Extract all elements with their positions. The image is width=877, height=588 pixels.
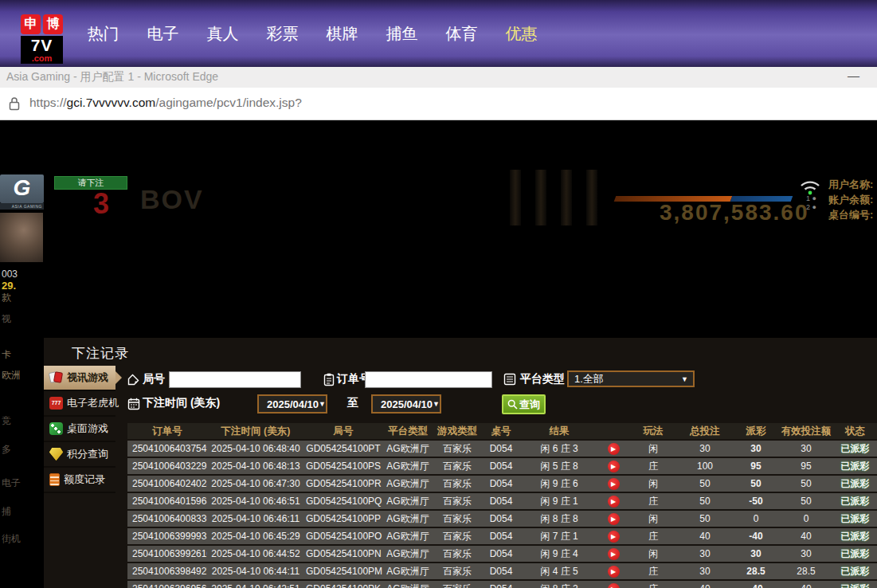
lock-icon [9, 96, 20, 111]
table-cell: 百家乐 [433, 546, 481, 562]
table-cell: 30 [733, 546, 779, 562]
date-to-select[interactable]: 2025/04/10 ▼ [371, 394, 441, 414]
replay-button[interactable]: ▶ [608, 461, 620, 472]
table-cell: 百家乐 [433, 458, 481, 474]
to-label: 至 [347, 396, 358, 410]
replay-button[interactable]: ▶ [608, 548, 620, 560]
page-background: 请下注 3 BOV 3,807,583.60 1 ●2 ● 用户名称:账户余额:… [0, 120, 877, 588]
replay-cell: ▶ [597, 476, 629, 492]
table-cell: 40 [779, 581, 833, 588]
sidebar-item-5[interactable]: 额度记录 [44, 468, 115, 493]
panel-sidebar: 视讯游戏777电子老虎机桌面游戏积分查询额度记录 [44, 366, 115, 493]
table-cell: GD054254100PP [304, 511, 382, 527]
table-cell: 2025-04-10 06:47:30 [207, 476, 304, 492]
table-cell: 2025-04-10 06:44:52 [207, 546, 304, 562]
search-button[interactable]: 查询 [502, 394, 546, 414]
replay-cell: ▶ [597, 441, 629, 457]
table-cell: 闲 5 庄 8 [521, 458, 597, 474]
table-cell: 闲 9 庄 6 [521, 476, 597, 492]
platform-label: 平台类型 [520, 372, 565, 386]
table-cell: 250410064032298 [127, 458, 207, 474]
table-cell: -40 [733, 581, 779, 588]
main-nav: 热门电子真人彩票棋牌捕鱼体育优惠 [73, 0, 551, 67]
order-input[interactable] [365, 371, 492, 388]
nav-item-5[interactable]: 棋牌 [312, 23, 372, 45]
seat-marks: 1 ●2 ● [806, 194, 816, 212]
dice-icon [49, 422, 63, 435]
table-cell: AG欧洲厅 [382, 581, 433, 588]
nav-item-7[interactable]: 体育 [432, 23, 491, 45]
table-cell: 30 [779, 441, 833, 457]
table-cell: GD054254100PS [304, 458, 382, 474]
replay-button[interactable]: ▶ [608, 583, 620, 588]
table-cell: 250410063969568 [127, 581, 207, 588]
bet-time-label: 下注时间 (美东) [143, 396, 220, 410]
table-cell: 庄 [629, 528, 677, 544]
scene-pillar [535, 170, 546, 225]
sidebar-item-1[interactable]: 视讯游戏 [44, 366, 115, 391]
table-cell: D054 [481, 563, 521, 579]
table-cell: 0 [733, 511, 779, 527]
table-cell: D054 [481, 458, 521, 474]
replay-button[interactable]: ▶ [608, 478, 620, 490]
doc-icon [49, 473, 60, 486]
date-from-select[interactable]: 2025/04/10 ▼ [257, 394, 327, 414]
nav-item-1[interactable]: 热门 [73, 23, 133, 45]
replay-button[interactable]: ▶ [608, 513, 620, 525]
platform-select[interactable]: 1.全部 ▼ [567, 370, 695, 387]
column-header: 状态 [833, 423, 877, 439]
url-bar[interactable]: https://gci.7vvvvvv.com/agingame/pcv1/in… [0, 88, 877, 120]
table-cell: GD054254100PM [304, 563, 382, 579]
table-cell: D054 [481, 546, 521, 562]
table-row: 2504100639926102025-04-10 06:44:52GD0542… [127, 546, 877, 562]
table-cell: 28.5 [733, 563, 779, 579]
table-cell: 已派彩 [833, 476, 877, 492]
table-cell: 庄 [629, 581, 677, 588]
asia-gaming-logo: G ASIA GAMING [0, 174, 44, 210]
column-header: 结果 [521, 423, 597, 439]
replay-cell: ▶ [597, 511, 629, 527]
round-label: 局号 [143, 372, 165, 386]
platform-select-value: 1.全部 [574, 372, 604, 386]
round-input[interactable] [169, 371, 301, 388]
table-cell: 250410064024028 [127, 476, 207, 492]
table-cell: 闲 6 庄 3 [521, 441, 597, 457]
table-cell: 40 [677, 581, 733, 588]
table-cell: 闲 7 庄 1 [521, 528, 597, 544]
sidebar-item-3[interactable]: 桌面游戏 [44, 417, 115, 442]
seat-mark: 1 ● [806, 194, 816, 203]
table-cell: -40 [733, 528, 779, 544]
table-cell: 250410064008330 [127, 511, 207, 527]
table-cell: 50 [677, 511, 733, 527]
url-text[interactable]: https://gci.7vvvvvv.com/agingame/pcv1/in… [29, 96, 302, 110]
table-cell: 2025-04-10 06:42:51 [207, 581, 304, 588]
table-cell: 百家乐 [433, 493, 481, 509]
nav-item-8[interactable]: 优惠 [491, 23, 551, 45]
nav-item-3[interactable]: 真人 [193, 23, 253, 45]
nav-item-2[interactable]: 电子 [133, 23, 193, 45]
minimize-button[interactable]: — [848, 69, 859, 82]
replay-button[interactable]: ▶ [608, 496, 620, 508]
logo-char-a: 申 [21, 14, 41, 34]
nav-item-6[interactable]: 捕鱼 [372, 23, 432, 45]
table-cell: 闲 [629, 476, 677, 492]
site-logo[interactable]: 申 博 7V .com [21, 14, 67, 64]
table-cell: 百家乐 [433, 441, 481, 457]
table-cell: GD054254100PN [304, 546, 382, 562]
replay-button[interactable]: ▶ [608, 566, 620, 578]
chevron-down-icon: ▼ [319, 400, 331, 408]
replay-button[interactable]: ▶ [608, 443, 620, 455]
table-cell: 闲 [629, 511, 677, 527]
column-header: 平台类型 [382, 423, 433, 439]
bet-record-panel: 下注记录 视讯游戏777电子老虎机桌面游戏积分查询额度记录 局号 订单号 [44, 338, 877, 588]
table-cell: 250410063984927 [127, 563, 207, 579]
table-cell: 2025-04-10 06:48:40 [207, 441, 304, 457]
nav-item-4[interactable]: 彩票 [253, 23, 312, 45]
sidebar-item-4[interactable]: 积分查询 [44, 442, 115, 468]
background-fragment: 电子 [2, 476, 21, 490]
table-cell: AG欧洲厅 [382, 546, 433, 562]
table-cell: D054 [481, 441, 521, 457]
account-info-labels: 用户名称:账户余额:桌台编号: [828, 177, 873, 222]
replay-button[interactable]: ▶ [608, 531, 620, 543]
sidebar-item-2[interactable]: 777电子老虎机 [44, 391, 115, 417]
